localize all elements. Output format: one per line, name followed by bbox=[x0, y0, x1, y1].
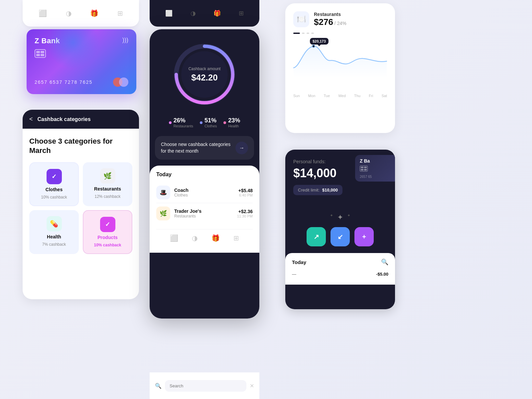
nav-grid[interactable]: ⊞ bbox=[233, 234, 239, 242]
coach-info: Coach Clothes bbox=[174, 188, 234, 198]
dot-2 bbox=[302, 33, 305, 34]
pf-card-mini: Z Ba 2657 65 bbox=[355, 155, 395, 182]
pft-item-amount: -$5.00 bbox=[376, 272, 388, 277]
dot-restaurants bbox=[169, 121, 172, 124]
stat-lbl-restaurants: Restaurants bbox=[174, 124, 193, 128]
nav-icon-wallet[interactable]: ⬜ bbox=[39, 9, 47, 17]
app-stats: 26% Restaurants 51% Clothes 23% Health bbox=[169, 117, 240, 128]
close-search-icon[interactable]: ✕ bbox=[250, 383, 254, 389]
sparkle-main: ✦ bbox=[337, 213, 343, 222]
traderjoes-cat: Restaurants bbox=[174, 214, 233, 218]
mc-blue-circle bbox=[119, 77, 128, 87]
day-thu: Thu bbox=[354, 94, 360, 98]
bubble-arrow-btn[interactable]: → bbox=[235, 142, 248, 154]
coach-amount: +$5.48 bbox=[238, 188, 253, 193]
pft-title: Today bbox=[292, 259, 306, 265]
pft-search-icon[interactable]: 🔍 bbox=[381, 258, 388, 266]
cc-header: < Cashback categories bbox=[23, 110, 139, 129]
cc-body: Choose 3 categories for March ✓ Clothes … bbox=[23, 129, 139, 262]
nav-wallet[interactable]: ⬜ bbox=[170, 234, 178, 242]
traderjoes-amount-block: +$2.36 11:30 PM bbox=[237, 209, 253, 218]
pagination-dots bbox=[293, 33, 387, 34]
coach-icon: 🎩 bbox=[156, 186, 170, 200]
health-icon-wrap: 💊 bbox=[47, 216, 62, 231]
restaurants-cashback: 12% cashback bbox=[94, 194, 120, 199]
chart-top: 🍽️ Restaurants $276 / 24% bbox=[293, 11, 387, 27]
health-cashback: 7% cashback bbox=[42, 242, 66, 247]
sparkle-right: ✦ bbox=[347, 213, 350, 222]
health-name: Health bbox=[47, 234, 61, 239]
card-number: 2657 6537 7278 7625 bbox=[35, 79, 92, 85]
chart-separator: / bbox=[334, 21, 336, 26]
stat-lbl-clothes: Clothes bbox=[204, 124, 217, 128]
app-bottom-nav: ⬜ ◑ 🎁 ⊞ bbox=[156, 229, 253, 247]
sparkle-left: ✦ bbox=[330, 213, 333, 222]
checkmark-products: ✓ bbox=[105, 221, 110, 228]
pf-credit-value: $10,000 bbox=[322, 188, 338, 193]
category-products[interactable]: ✓ Products 10% cashback bbox=[83, 210, 132, 254]
nav-icon-dark-gift[interactable]: 🎁 bbox=[213, 10, 221, 17]
stat-restaurants: 26% Restaurants bbox=[169, 117, 193, 128]
chart-days: Sun Mon Tue Wed Thu Fri Sat bbox=[293, 94, 387, 98]
cashback-bubble[interactable]: Choose new cashback categories for the n… bbox=[155, 136, 254, 160]
gauge-section: Cashback amount $42.20 26% Restaurants 5… bbox=[150, 29, 259, 136]
traderjoes-icon: 🌿 bbox=[156, 206, 170, 220]
category-clothes[interactable]: ✓ Clothes 10% cashback bbox=[29, 162, 79, 206]
stat-pct-restaurants: 26% bbox=[174, 117, 193, 124]
clothes-name: Clothes bbox=[46, 187, 63, 192]
nav-gift[interactable]: 🎁 bbox=[211, 234, 220, 242]
nav-icon-dark-grid[interactable]: ⊞ bbox=[239, 10, 244, 17]
chart-tooltip: $20,173 bbox=[310, 38, 329, 45]
coach-time: 6:40 PM bbox=[238, 193, 253, 197]
add-button[interactable]: + bbox=[354, 227, 374, 246]
day-sat: Sat bbox=[381, 94, 387, 98]
cc-grid: ✓ Clothes 10% cashback 🌿 Restaurants 12%… bbox=[29, 162, 132, 254]
restaurants-name: Restaurants bbox=[94, 186, 121, 192]
coach-name: Coach bbox=[174, 188, 234, 193]
bank-name: Z Bank bbox=[35, 37, 128, 45]
pf-sparkle: ✦ ✦ ✦ bbox=[285, 208, 395, 227]
cc-title: Cashback categories bbox=[38, 116, 91, 122]
nav-icon-grid[interactable]: ⊞ bbox=[117, 9, 123, 17]
restaurants-icon: 🌿 bbox=[103, 172, 112, 180]
nav-icon-chart[interactable]: ◑ bbox=[66, 9, 71, 17]
send-button[interactable]: ↗ bbox=[307, 227, 326, 246]
products-cashback: 10% cashback bbox=[94, 243, 121, 247]
gauge-amount: $42.20 bbox=[189, 72, 221, 83]
chart-area: $20,173 bbox=[293, 38, 387, 91]
pf-actions: ↗ ↙ + bbox=[285, 227, 395, 253]
cc-heading: Choose 3 categories for March bbox=[29, 137, 132, 155]
back-button[interactable]: < bbox=[29, 116, 33, 123]
top-nav-center: ⬜ ◑ 🎁 ⊞ bbox=[150, 0, 259, 27]
top-nav-left: ⬜ ◑ 🎁 ⊞ bbox=[23, 0, 139, 27]
nav-icon-gift[interactable]: 🎁 bbox=[90, 9, 98, 17]
stat-pct-health: 23% bbox=[228, 117, 240, 124]
category-health[interactable]: 💊 Health 7% cashback bbox=[29, 210, 79, 254]
category-restaurants[interactable]: 🌿 Restaurants 12% cashback bbox=[83, 162, 132, 206]
mini-chip-icon bbox=[360, 166, 368, 172]
pf-top: Personal funds: $14,000 Credit limit: $1… bbox=[285, 150, 395, 208]
dot-clothes bbox=[200, 121, 202, 124]
mini-card-chip bbox=[360, 166, 394, 172]
dot-4 bbox=[311, 33, 314, 34]
dot-1 bbox=[293, 33, 300, 34]
gauge-inner: Cashback amount $42.20 bbox=[189, 66, 221, 83]
pf-transactions: Today 🔍 — -$5.00 bbox=[285, 253, 395, 285]
mastercard-logo bbox=[113, 77, 128, 87]
transactions-section: Today 🎩 Coach Clothes +$5.48 6:40 PM 🌿 T… bbox=[150, 166, 259, 253]
receive-button[interactable]: ↙ bbox=[331, 227, 350, 246]
main-app: Cashback amount $42.20 26% Restaurants 5… bbox=[150, 29, 259, 319]
search-input[interactable] bbox=[165, 380, 246, 392]
nav-icon-dark-wallet[interactable]: ⬜ bbox=[165, 10, 173, 17]
nav-chart[interactable]: ◑ bbox=[192, 234, 198, 242]
checkmark-clothes: ✓ bbox=[52, 173, 57, 180]
chart-amount: $276 bbox=[314, 17, 333, 27]
pf-credit-label: Credit limit: bbox=[298, 188, 320, 193]
nav-icon-dark-chart[interactable]: ◑ bbox=[191, 10, 196, 17]
traderjoes-info: Trader Joe's Restaurants bbox=[174, 208, 233, 218]
stat-health: 23% Health bbox=[223, 117, 240, 128]
traderjoes-time: 11:30 PM bbox=[237, 214, 253, 218]
pft-item: — -$5.00 bbox=[292, 269, 388, 279]
trans-item-coach: 🎩 Coach Clothes +$5.48 6:40 PM bbox=[156, 182, 253, 203]
pft-header: Today 🔍 bbox=[292, 258, 388, 266]
